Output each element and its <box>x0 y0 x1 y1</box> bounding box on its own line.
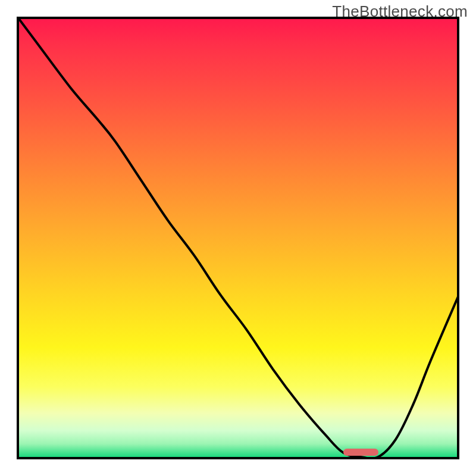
bottleneck-curve <box>19 19 457 457</box>
optimal-marker <box>343 449 378 456</box>
plot-area <box>17 17 459 459</box>
chart-frame: TheBottleneck.com <box>0 0 476 476</box>
bottleneck-curve-path <box>19 19 457 457</box>
